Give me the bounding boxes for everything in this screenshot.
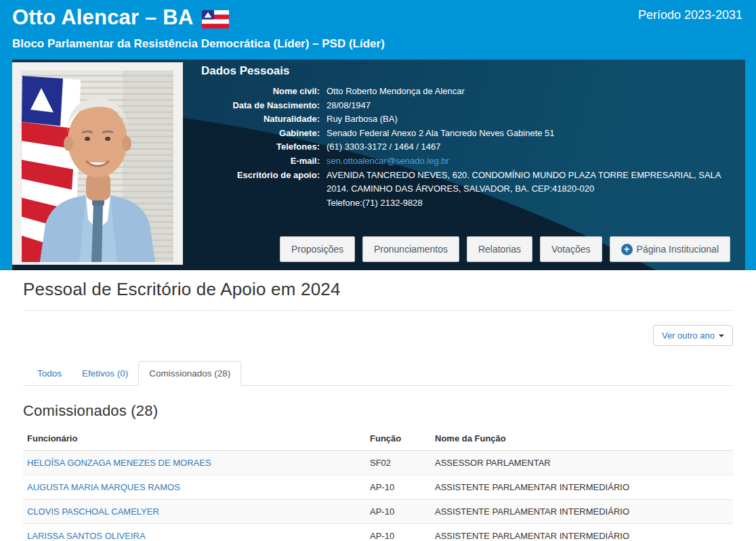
employee-link[interactable]: HELOÍSA GONZAGA MENEZES DE MORAES (27, 458, 211, 468)
main-content: Pessoal de Escritório de Apoio em 2024 V… (0, 279, 756, 541)
staff-table: Funcionário Função Nome da Função HELOÍS… (23, 428, 733, 541)
personal-data-title: Dados Pessoais (201, 64, 741, 78)
personal-data-content: Dados Pessoais Nome civil: Otto Roberto … (190, 60, 741, 78)
header-funcao: Função (366, 428, 431, 451)
field-nome-civil: Nome civil: Otto Roberto Mendonça de Ale… (190, 85, 741, 99)
table-row: LARISSA SANTOS OLIVEIRA AP-10 ASSISTENTE… (23, 524, 733, 541)
tab-comissionados[interactable]: Comissionados (28) (138, 361, 241, 386)
table-header-row: Funcionário Função Nome da Função (23, 428, 733, 451)
party-bloc-subtitle: Bloco Parlamentar da Resistência Democrá… (12, 37, 385, 51)
table-row: AUGUSTA MARIA MARQUES RAMOS AP-10 ASSIST… (23, 475, 733, 500)
field-telefones: Telefones: (61) 3303-3172 / 1464 / 1467 (190, 140, 741, 154)
tab-todos[interactable]: Todos (27, 362, 72, 385)
senator-banner: Otto Alencar – BA Período 2023-2031 Bloc… (0, 0, 756, 270)
personal-data-panel: Dados Pessoais Nome civil: Otto Roberto … (12, 60, 745, 270)
page-title: Pessoal de Escritório de Apoio em 2024 (23, 279, 733, 300)
office-phone: Telefone:(71) 2132-9828 (327, 196, 726, 211)
field-nascimento: Data de Nascimento: 28/08/1947 (190, 99, 741, 113)
section-title: Comissionados (28) (23, 402, 733, 420)
senator-photo-card (12, 62, 183, 265)
header-nome-funcao: Nome da Função (431, 428, 733, 451)
votacoes-button[interactable]: Votações (540, 236, 602, 262)
table-row: HELOÍSA GONZAGA MENEZES DE MORAES SF02 A… (23, 451, 733, 475)
mandate-period: Período 2023-2031 (638, 8, 742, 22)
employee-link[interactable]: LARISSA SANTOS OLIVEIRA (27, 531, 146, 541)
email-link[interactable]: sen.ottoalencar@senado.leg.br (327, 156, 449, 166)
employee-link[interactable]: AUGUSTA MARIA MARQUES RAMOS (27, 482, 180, 492)
header-funcionario: Funcionário (23, 428, 366, 451)
caret-down-icon (719, 334, 724, 337)
staff-tabs: Todos Efetivos (0) Comissionados (28) (23, 361, 733, 386)
year-dropdown-button[interactable]: Ver outro ano (653, 325, 733, 346)
office-address: AVENIDA TANCREDO NEVES, 620. CONDOMÍNIO … (327, 169, 726, 196)
divider (23, 310, 733, 311)
senator-name-title: Otto Alencar – BA (12, 5, 194, 30)
personal-fields: Nome civil: Otto Roberto Mendonça de Ale… (190, 85, 741, 210)
panel-buttons: Proposições Pronunciamentos Relatorias V… (280, 236, 730, 262)
field-naturalidade: Naturalidade: Ruy Barbosa (BA) (190, 112, 741, 127)
field-gabinete: Gabinete: Senado Federal Anexo 2 Ala Tan… (190, 127, 741, 141)
proposicoes-button[interactable]: Proposições (280, 236, 355, 262)
table-row: CLOVIS PASCHOAL CAMELYER AP-10 ASSISTENT… (23, 500, 733, 524)
employee-link[interactable]: CLOVIS PASCHOAL CAMELYER (27, 506, 159, 517)
pagina-institucional-button[interactable]: + Página Institucional (610, 236, 730, 262)
field-email: E-mail: sen.ottoalencar@senado.leg.br (190, 154, 741, 169)
tab-efetivos[interactable]: Efetivos (0) (72, 362, 138, 385)
plus-circle-icon: + (621, 244, 633, 255)
senator-photo (21, 70, 173, 262)
senator-header: Otto Alencar – BA Período 2023-2031 Bloc… (0, 0, 756, 60)
field-escritorio: Escritório de apoio: AVENIDA TANCREDO NE… (190, 169, 741, 211)
relatorias-button[interactable]: Relatorias (467, 236, 532, 262)
bahia-flag-icon (202, 10, 229, 28)
pronunciamentos-button[interactable]: Pronunciamentos (362, 236, 459, 262)
